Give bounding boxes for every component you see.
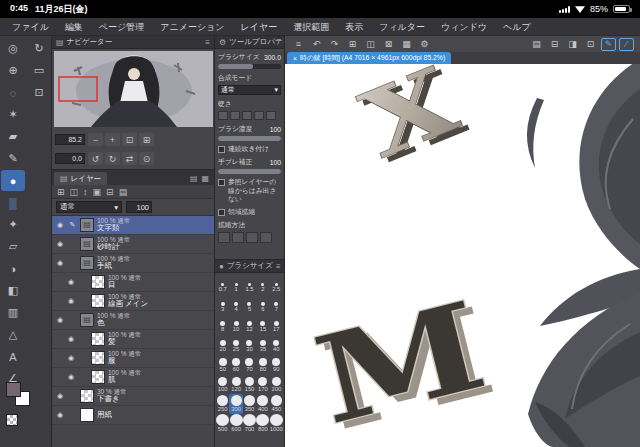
brush-size-option[interactable]: 25 [229,334,242,354]
line-mode-icon[interactable]: ∕ [619,38,634,51]
tool-property-slider-row[interactable]: 手ブレ補正100 [218,157,281,174]
brush-size-option[interactable]: 120 [229,374,242,394]
menu-item[interactable]: レイヤー [233,18,286,36]
pen-mode-icon[interactable]: ✎ [601,38,616,51]
線画 メイン[interactable]: ◉ 100 % 通常 線画 メイン [52,292,214,311]
brush-size-option[interactable]: 17 [270,314,283,334]
material-icon[interactable]: ▦ [399,38,414,51]
zoom-value[interactable]: 85.2 [55,134,85,145]
zoom-in-icon[interactable]: + [105,133,120,146]
下書き[interactable]: ◉ 30 % 通常 下書き [52,387,214,406]
panel-menu-icon[interactable]: ≡ [205,38,210,47]
transparent-color-swatch[interactable] [6,414,18,426]
menu-item[interactable]: 表示 [337,18,371,36]
panels-icon[interactable]: ◫ [363,38,378,51]
tool-property-dropdown-row[interactable]: 合成モード通常▾ [218,73,281,95]
layer-visibility-icon[interactable]: ◉ [55,240,65,248]
text-tool[interactable]: A [1,346,25,367]
figure-tool[interactable]: △ [1,324,25,345]
actual-size-icon[interactable]: ⊞ [139,133,154,146]
brush-size-option[interactable]: 35 [256,334,269,354]
rotate-right-icon[interactable]: ↻ [105,152,120,165]
fit-view-icon[interactable]: ⊡ [122,133,137,146]
brush-size-option[interactable]: 170 [256,374,269,394]
layer-visibility-icon[interactable]: ◉ [66,297,76,305]
brush-size-option[interactable]: 90 [270,354,283,374]
grid-icon[interactable]: ⊞ [345,38,360,51]
menu-item[interactable]: フィルター [371,18,433,36]
canvas[interactable]: X X M M [285,64,640,447]
zoom-out-icon[interactable]: − [88,133,103,146]
brush-size-option[interactable]: 20 [216,334,229,354]
tool-property-icons-row[interactable]: 拡縮方法 [218,220,281,243]
flip-horizontal-icon[interactable]: ⇄ [122,152,137,165]
redo-icon[interactable]: ↷ [327,38,342,51]
brush-size-option[interactable]: 2.5 [270,274,283,294]
settings-icon[interactable]: ⚙ [417,38,432,51]
move-tool[interactable]: ⊕ [1,60,25,81]
brush-size-option[interactable]: 80 [256,354,269,374]
minimize-icon[interactable]: ⊟ [547,38,562,51]
tool-property-slider-row[interactable]: ブラシサイズ300.0 [218,52,281,69]
砂時計[interactable]: ◉ 100 % 通常 砂時計 [52,235,214,254]
layer-menu-icon[interactable]: ▤ [119,187,128,197]
用紙[interactable]: ◉ 用紙 [52,406,214,425]
airbrush-tool[interactable]: ▒ [1,192,25,213]
手紙[interactable]: ◉ 100 % 通常 手紙 [52,254,214,273]
menu-item[interactable]: アニメーション [152,18,232,36]
brush-size-option[interactable]: 400 [256,394,269,414]
brush-size-option[interactable]: 30 [243,334,256,354]
zoom-tool[interactable]: ◎ [1,38,25,59]
brush-size-option[interactable]: 200 [270,374,283,394]
brush-size-option[interactable]: 2 [256,274,269,294]
brush-size-option[interactable]: 450 [270,394,283,414]
layer-visibility-icon[interactable]: ◉ [55,392,65,400]
brush-size-option[interactable]: 4 [229,294,242,314]
selection-tool[interactable]: ◌ [1,82,25,103]
panel-menu-icon[interactable]: ≡ [276,262,281,271]
menu-icon[interactable]: ≡ [291,38,306,51]
rotate-left-icon[interactable]: ↺ [88,152,103,165]
menu-item[interactable]: ヘルプ [495,18,539,36]
fill-tool[interactable]: ◧ [1,280,25,301]
brush-size-option[interactable]: 3 [216,294,229,314]
tool-property-check-row[interactable]: 連続吹き付け [218,145,281,153]
tool-property-check-row[interactable]: 参照レイヤーの線からはみ出さない [218,178,281,203]
layer-visibility-icon[interactable]: ◉ [66,278,76,286]
brush-size-option[interactable]: 150 [243,374,256,394]
fullscreen-icon[interactable]: ⊡ [583,38,598,51]
brush-size-option[interactable]: 600 [229,414,242,434]
split-view-icon[interactable]: ◨ [565,38,580,51]
pencil-tool[interactable]: ✎ [1,148,25,169]
layer-panel-alt-icon[interactable]: ▦ [201,174,209,183]
menu-item[interactable]: ファイル [4,18,57,36]
layer-visibility-icon[interactable]: ◉ [55,316,65,324]
new-layer-icon[interactable]: ⊞ [57,187,65,197]
merge-layer-icon[interactable]: ▣ [93,187,102,197]
transfer-layer-icon[interactable]: ↕ [83,187,88,197]
brush-size-option[interactable]: 70 [243,354,256,374]
navigator-thumbnail[interactable] [54,51,213,127]
目[interactable]: ◉ 100 % 通常 目 [52,273,214,292]
brush-size-option[interactable]: 40 [270,334,283,354]
服[interactable]: ◉ 100 % 通常 服 [52,349,214,368]
pen-tool[interactable]: ▰ [1,126,25,147]
brush-size-option[interactable]: 250 [216,394,229,414]
brush-size-option[interactable]: 12 [243,314,256,334]
brush-size-option[interactable]: 15 [256,314,269,334]
layer-visibility-icon[interactable]: ◉ [55,259,65,267]
frame-tool[interactable]: ▭ [27,60,51,81]
brush-size-option[interactable]: 800 [256,414,269,434]
brush-size-option[interactable]: 5 [243,294,256,314]
clear-icon[interactable]: ⊠ [381,38,396,51]
肌[interactable]: ◉ 100 % 通常 肌 [52,368,214,387]
layer-visibility-icon[interactable]: ◉ [66,335,76,343]
brush-size-option[interactable]: 1000 [270,414,283,434]
main-color-swatch[interactable] [6,382,21,397]
色[interactable]: ◉ 100 % 通常 色 [52,311,214,330]
brush-size-option[interactable]: 300 [229,394,242,414]
auto-select-tool[interactable]: ✶ [1,104,25,125]
layer-opacity-field[interactable]: 100 [126,201,152,213]
decoration-tool[interactable]: ✦ [1,214,25,235]
髪[interactable]: ◉ 100 % 通常 髪 [52,330,214,349]
